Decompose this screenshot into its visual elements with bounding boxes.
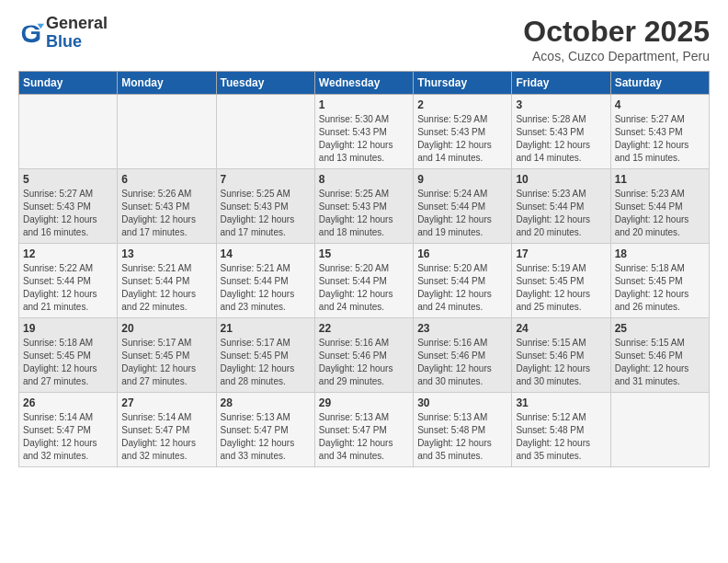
day-cell: 8Sunrise: 5:25 AMSunset: 5:43 PMDaylight… <box>314 169 413 244</box>
day-number: 7 <box>221 173 311 186</box>
day-info: Sunrise: 5:25 AMSunset: 5:43 PMDaylight:… <box>221 188 311 239</box>
day-number: 1 <box>319 98 409 111</box>
day-number: 12 <box>23 247 113 260</box>
day-info: Sunrise: 5:13 AMSunset: 5:48 PMDaylight:… <box>417 411 507 463</box>
day-number: 30 <box>417 396 507 409</box>
header: General Blue October 2025 Acos, Cuzco De… <box>18 15 710 63</box>
day-info: Sunrise: 5:30 AMSunset: 5:43 PMDaylight:… <box>319 113 409 165</box>
day-number: 3 <box>516 98 606 111</box>
day-number: 28 <box>221 396 311 409</box>
day-info: Sunrise: 5:29 AMSunset: 5:43 PMDaylight:… <box>417 113 507 165</box>
day-number: 19 <box>23 322 113 335</box>
day-cell: 5Sunrise: 5:27 AMSunset: 5:43 PMDaylight… <box>19 169 118 244</box>
logo: General Blue <box>18 15 108 52</box>
day-number: 18 <box>615 247 705 260</box>
day-cell: 20Sunrise: 5:17 AMSunset: 5:45 PMDayligh… <box>118 318 216 393</box>
day-number: 17 <box>516 247 606 260</box>
day-info: Sunrise: 5:20 AMSunset: 5:44 PMDaylight:… <box>417 262 507 314</box>
day-info: Sunrise: 5:14 AMSunset: 5:47 PMDaylight:… <box>121 411 211 463</box>
day-header-tuesday: Tuesday <box>216 72 314 95</box>
day-number: 11 <box>615 173 705 186</box>
day-cell: 21Sunrise: 5:17 AMSunset: 5:45 PMDayligh… <box>216 318 314 393</box>
day-number: 26 <box>23 396 113 409</box>
day-cell: 13Sunrise: 5:21 AMSunset: 5:44 PMDayligh… <box>118 244 216 318</box>
day-info: Sunrise: 5:28 AMSunset: 5:43 PMDaylight:… <box>516 113 606 165</box>
day-number: 20 <box>121 322 211 335</box>
day-header-saturday: Saturday <box>610 72 709 95</box>
day-info: Sunrise: 5:20 AMSunset: 5:44 PMDaylight:… <box>319 262 409 314</box>
day-cell: 28Sunrise: 5:13 AMSunset: 5:47 PMDayligh… <box>216 393 314 467</box>
day-number: 27 <box>121 396 211 409</box>
day-info: Sunrise: 5:23 AMSunset: 5:44 PMDaylight:… <box>615 188 705 239</box>
day-header-monday: Monday <box>118 72 216 95</box>
day-header-friday: Friday <box>512 72 610 95</box>
day-info: Sunrise: 5:15 AMSunset: 5:46 PMDaylight:… <box>615 337 705 388</box>
day-info: Sunrise: 5:19 AMSunset: 5:45 PMDaylight:… <box>516 262 606 314</box>
day-info: Sunrise: 5:23 AMSunset: 5:44 PMDaylight:… <box>516 188 606 239</box>
day-number: 9 <box>417 173 507 186</box>
day-cell: 30Sunrise: 5:13 AMSunset: 5:48 PMDayligh… <box>414 393 512 467</box>
week-row-3: 12Sunrise: 5:22 AMSunset: 5:44 PMDayligh… <box>19 244 710 318</box>
day-info: Sunrise: 5:21 AMSunset: 5:44 PMDaylight:… <box>221 262 311 314</box>
week-row-2: 5Sunrise: 5:27 AMSunset: 5:43 PMDaylight… <box>19 169 710 244</box>
day-cell: 22Sunrise: 5:16 AMSunset: 5:46 PMDayligh… <box>314 318 413 393</box>
day-cell: 29Sunrise: 5:13 AMSunset: 5:47 PMDayligh… <box>314 393 413 467</box>
day-info: Sunrise: 5:24 AMSunset: 5:44 PMDaylight:… <box>417 188 507 239</box>
day-number: 5 <box>23 173 113 186</box>
day-cell: 24Sunrise: 5:15 AMSunset: 5:46 PMDayligh… <box>512 318 610 393</box>
day-cell: 14Sunrise: 5:21 AMSunset: 5:44 PMDayligh… <box>216 244 314 318</box>
week-row-5: 26Sunrise: 5:14 AMSunset: 5:47 PMDayligh… <box>19 393 710 467</box>
day-info: Sunrise: 5:17 AMSunset: 5:45 PMDaylight:… <box>221 337 311 388</box>
week-row-4: 19Sunrise: 5:18 AMSunset: 5:45 PMDayligh… <box>19 318 710 393</box>
day-header-row: SundayMondayTuesdayWednesdayThursdayFrid… <box>19 72 710 95</box>
day-cell: 12Sunrise: 5:22 AMSunset: 5:44 PMDayligh… <box>19 244 118 318</box>
day-info: Sunrise: 5:17 AMSunset: 5:45 PMDaylight:… <box>121 337 211 388</box>
day-number: 22 <box>319 322 409 335</box>
day-info: Sunrise: 5:22 AMSunset: 5:44 PMDaylight:… <box>23 262 113 314</box>
calendar-container: General Blue October 2025 Acos, Cuzco De… <box>0 0 728 477</box>
day-info: Sunrise: 5:27 AMSunset: 5:43 PMDaylight:… <box>23 188 113 239</box>
day-cell: 18Sunrise: 5:18 AMSunset: 5:45 PMDayligh… <box>610 244 709 318</box>
day-cell: 23Sunrise: 5:16 AMSunset: 5:46 PMDayligh… <box>414 318 512 393</box>
day-cell: 17Sunrise: 5:19 AMSunset: 5:45 PMDayligh… <box>512 244 610 318</box>
day-cell: 7Sunrise: 5:25 AMSunset: 5:43 PMDaylight… <box>216 169 314 244</box>
day-cell: 31Sunrise: 5:12 AMSunset: 5:48 PMDayligh… <box>512 393 610 467</box>
day-info: Sunrise: 5:15 AMSunset: 5:46 PMDaylight:… <box>516 337 606 388</box>
day-number: 24 <box>516 322 606 335</box>
day-number: 16 <box>417 247 507 260</box>
day-info: Sunrise: 5:27 AMSunset: 5:43 PMDaylight:… <box>615 113 705 165</box>
day-number: 23 <box>417 322 507 335</box>
day-number: 14 <box>221 247 311 260</box>
day-cell <box>19 95 118 169</box>
day-number: 8 <box>319 173 409 186</box>
day-number: 25 <box>615 322 705 335</box>
day-number: 2 <box>417 98 507 111</box>
day-info: Sunrise: 5:13 AMSunset: 5:47 PMDaylight:… <box>319 411 409 463</box>
week-row-1: 1Sunrise: 5:30 AMSunset: 5:43 PMDaylight… <box>19 95 710 169</box>
day-info: Sunrise: 5:14 AMSunset: 5:47 PMDaylight:… <box>23 411 113 463</box>
day-cell: 2Sunrise: 5:29 AMSunset: 5:43 PMDaylight… <box>414 95 512 169</box>
day-cell: 25Sunrise: 5:15 AMSunset: 5:46 PMDayligh… <box>610 318 709 393</box>
day-info: Sunrise: 5:18 AMSunset: 5:45 PMDaylight:… <box>23 337 113 388</box>
day-header-wednesday: Wednesday <box>314 72 413 95</box>
day-number: 29 <box>319 396 409 409</box>
day-cell <box>118 95 216 169</box>
day-info: Sunrise: 5:13 AMSunset: 5:47 PMDaylight:… <box>221 411 311 463</box>
day-cell: 15Sunrise: 5:20 AMSunset: 5:44 PMDayligh… <box>314 244 413 318</box>
day-number: 21 <box>221 322 311 335</box>
day-number: 31 <box>516 396 606 409</box>
day-info: Sunrise: 5:18 AMSunset: 5:45 PMDaylight:… <box>615 262 705 314</box>
day-cell <box>610 393 709 467</box>
day-cell: 19Sunrise: 5:18 AMSunset: 5:45 PMDayligh… <box>19 318 118 393</box>
calendar-table: SundayMondayTuesdayWednesdayThursdayFrid… <box>18 71 710 467</box>
day-number: 6 <box>121 173 211 186</box>
logo-blue: Blue <box>46 33 108 52</box>
day-cell: 26Sunrise: 5:14 AMSunset: 5:47 PMDayligh… <box>19 393 118 467</box>
title-block: October 2025 Acos, Cuzco Department, Per… <box>523 15 710 63</box>
day-info: Sunrise: 5:26 AMSunset: 5:43 PMDaylight:… <box>121 188 211 239</box>
day-cell <box>216 95 314 169</box>
day-cell: 11Sunrise: 5:23 AMSunset: 5:44 PMDayligh… <box>610 169 709 244</box>
day-number: 15 <box>319 247 409 260</box>
day-info: Sunrise: 5:21 AMSunset: 5:44 PMDaylight:… <box>121 262 211 314</box>
logo-icon <box>18 20 44 46</box>
